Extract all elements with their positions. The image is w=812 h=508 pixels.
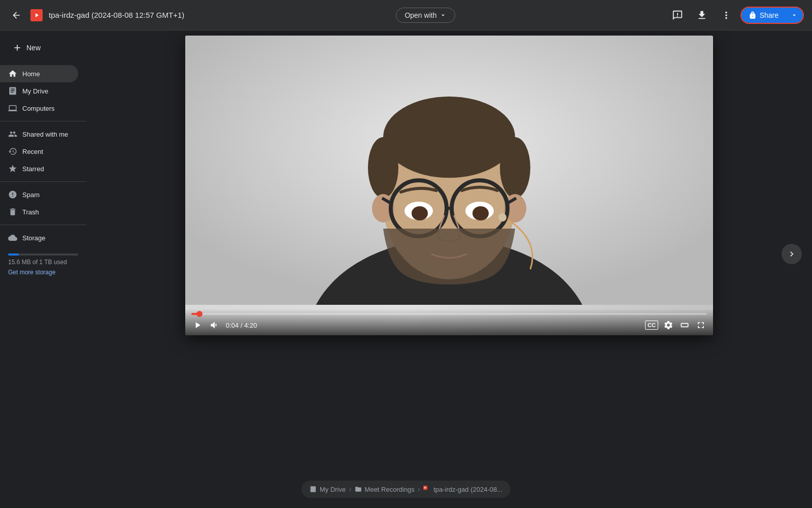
breadcrumb-sep-1: › (349, 485, 351, 494)
storage-bar (8, 253, 78, 256)
settings-button[interactable] (662, 319, 674, 331)
download-button[interactable] (692, 5, 712, 25)
video-player: 0:04 / 4:20 CC (185, 36, 713, 335)
get-more-storage-link[interactable]: Get more storage (8, 269, 78, 276)
top-bar-right: Share (667, 5, 804, 25)
breadcrumb: My Drive › Meet Recordings › tpa-irdz-ga… (301, 481, 511, 498)
volume-button[interactable] (209, 319, 221, 331)
play-button[interactable] (191, 319, 204, 331)
svg-point-20 (472, 206, 489, 220)
sidebar-item-recent[interactable]: Recent (0, 143, 78, 160)
open-with-button[interactable]: Open with (396, 8, 455, 23)
breadcrumb-my-drive-icon (310, 486, 317, 493)
controls-row: 0:04 / 4:20 CC (191, 319, 707, 331)
add-comment-button[interactable] (667, 5, 688, 25)
controls-right: CC (645, 319, 707, 331)
sidebar-item-storage[interactable]: Storage (0, 229, 78, 246)
progress-dot (196, 311, 202, 317)
file-icon (29, 8, 44, 22)
svg-point-21 (498, 213, 506, 221)
progress-bar[interactable] (191, 313, 707, 315)
storage-text: 15.6 MB of 1 TB used (8, 259, 78, 266)
file-title: tpa-irdz-gad (2024-08-08 12:57 GMT+1) (49, 11, 184, 19)
person-figure (185, 36, 713, 305)
svg-point-8 (368, 137, 398, 198)
video-thumbnail[interactable] (185, 36, 713, 335)
share-button[interactable]: Share (741, 8, 786, 23)
new-button[interactable]: New (6, 39, 80, 57)
captions-button[interactable]: CC (645, 321, 658, 330)
breadcrumb-sep-2: › (418, 485, 420, 494)
share-group: Share (740, 7, 804, 24)
sidebar-item-computers[interactable]: Computers (0, 100, 78, 117)
video-container: 0:04 / 4:20 CC (86, 30, 812, 508)
sidebar-item-home[interactable]: Home (0, 65, 78, 82)
sidebar-item-shared[interactable]: Shared with me (0, 125, 78, 143)
controls-left: 0:04 / 4:20 (191, 319, 257, 331)
sidebar: New Home My Drive Computers Shared with … (0, 30, 86, 508)
video-controls: 0:04 / 4:20 CC (185, 309, 713, 335)
breadcrumb-current-file[interactable]: tpa-irdz-gad (2024-08... (433, 486, 502, 493)
breadcrumb-recordings-icon (355, 486, 362, 493)
sidebar-item-my-drive[interactable]: My Drive (0, 82, 78, 100)
more-options-button[interactable] (716, 5, 736, 25)
back-button[interactable] (8, 7, 24, 23)
next-file-button[interactable] (782, 244, 802, 264)
storage-info: 15.6 MB of 1 TB used Get more storage (0, 246, 86, 280)
breadcrumb-recordings[interactable]: Meet Recordings (365, 486, 415, 493)
sidebar-item-starred[interactable]: Starred (0, 160, 78, 177)
top-bar-left: tpa-irdz-gad (2024-08-08 12:57 GMT+1) (8, 7, 184, 23)
top-bar-center: Open with (184, 8, 667, 23)
breadcrumb-my-drive[interactable]: My Drive (320, 486, 346, 493)
svg-point-9 (500, 137, 530, 198)
sidebar-divider-1 (0, 121, 86, 121)
share-dropdown-button[interactable] (786, 8, 803, 23)
sidebar-divider-2 (0, 181, 86, 182)
storage-fill (8, 253, 19, 256)
fullscreen-button[interactable] (695, 319, 707, 331)
time-display: 0:04 / 4:20 (226, 322, 257, 329)
theater-mode-button[interactable] (679, 319, 691, 331)
top-bar: tpa-irdz-gad (2024-08-08 12:57 GMT+1) Op… (0, 0, 812, 30)
svg-point-7 (383, 97, 515, 178)
sidebar-item-trash[interactable]: Trash (0, 203, 78, 220)
svg-point-19 (412, 206, 428, 220)
sidebar-item-spam[interactable]: Spam (0, 186, 78, 203)
sidebar-divider-3 (0, 225, 86, 225)
main-content: Welcome to Drive (86, 30, 812, 508)
breadcrumb-file-icon (423, 486, 430, 493)
